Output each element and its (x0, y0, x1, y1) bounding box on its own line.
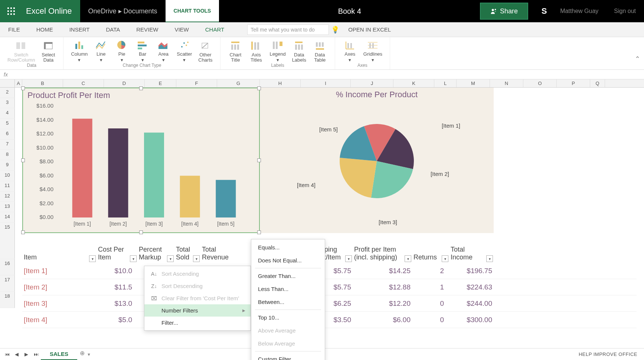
row-12[interactable]: 12 (0, 192, 15, 202)
pie-chart[interactable]: % Income Per Product [Item 1][Item 2][It… (260, 88, 494, 233)
submenu-equals[interactable]: Equals... (251, 241, 325, 254)
bulb-icon[interactable]: 💡 (331, 26, 339, 34)
cell-returns[interactable]: 1 (412, 282, 445, 293)
filter-btn-profit[interactable]: ▾ (405, 255, 411, 262)
row-5[interactable]: 5 (0, 119, 15, 129)
row-8[interactable]: 8 (0, 150, 15, 160)
filter-btn-markup[interactable]: ▾ (167, 255, 174, 262)
col-C[interactable]: C (63, 79, 104, 87)
share-button[interactable]: Share (480, 3, 528, 20)
legend-button[interactable]: Legend▾ (267, 39, 288, 63)
submenu-top10[interactable]: Top 10... (251, 311, 325, 324)
col-P[interactable]: P (557, 79, 590, 87)
row-17[interactable]: 17 (0, 275, 15, 292)
cell-returns[interactable]: 2 (412, 265, 445, 276)
cell-income[interactable]: $300.00 (445, 314, 494, 325)
col-J[interactable]: J (351, 79, 393, 87)
tab-insert[interactable]: INSERT (61, 22, 98, 37)
user-name[interactable]: Matthew Guay (553, 8, 606, 14)
filter-btn-income[interactable]: ▾ (486, 255, 493, 262)
menu-sort-desc[interactable]: Z↓Sort Descending (144, 280, 251, 292)
cell-returns[interactable]: 0 (412, 298, 445, 309)
menu-number-filters[interactable]: Number Filters▶ (144, 304, 251, 317)
col-I[interactable]: I (301, 79, 351, 87)
tab-view[interactable]: VIEW (166, 22, 197, 37)
data-table-button[interactable]: Data Table (310, 39, 330, 63)
col-B[interactable]: B (22, 79, 63, 87)
row-4[interactable]: 4 (0, 108, 15, 119)
tab-review[interactable]: REVIEW (128, 22, 166, 37)
cell-item[interactable]: [Item 1] (22, 265, 97, 276)
sheet-tab-sales[interactable]: SALES (41, 348, 77, 360)
collapse-ribbon-button[interactable]: ⌃ (635, 55, 640, 63)
data-labels-button[interactable]: Data Labels (289, 39, 310, 63)
bar-chart[interactable]: Product Profit Per Item $0.00$2.00$4.00$… (22, 88, 260, 233)
scatter-chart-button[interactable]: Scatter▾ (174, 39, 195, 63)
filter-btn-sold[interactable]: ▾ (193, 255, 200, 262)
cell-income[interactable]: $224.63 (445, 282, 494, 293)
breadcrumb[interactable]: OneDrive ▸ Documents (80, 0, 166, 22)
tab-home[interactable]: HOME (28, 22, 61, 37)
pie-chart-button[interactable]: Pie▾ (111, 39, 132, 63)
col-A[interactable]: A (15, 79, 22, 87)
row-18[interactable]: 18 (0, 292, 15, 308)
cell-item[interactable]: [Item 4] (22, 314, 97, 325)
cell-item[interactable]: [Item 2] (22, 282, 97, 293)
nav-prev-button[interactable]: ◀ (12, 350, 22, 359)
col-H[interactable]: H (260, 79, 301, 87)
submenu-greater[interactable]: Greater Than... (251, 269, 325, 282)
cell-profit[interactable]: $14.25 (353, 265, 412, 276)
statusbar-menu[interactable]: ▼ (87, 352, 91, 357)
menu-sort-asc[interactable]: A↓Sort Ascending (144, 268, 251, 280)
submenu-not-equal[interactable]: Does Not Equal... (251, 254, 325, 267)
cell-cost[interactable]: $5.0 (97, 314, 134, 325)
nav-last-button[interactable]: ⏭ (31, 350, 41, 359)
col-E[interactable]: E (145, 79, 176, 87)
tab-file[interactable]: FILE (0, 22, 28, 37)
row-9[interactable]: 9 (0, 160, 15, 171)
row-6[interactable]: 6 (0, 129, 15, 140)
cell-income[interactable]: $196.75 (445, 265, 494, 276)
cell-cost[interactable]: $11.5 (97, 282, 134, 293)
chart-title-button[interactable]: Chart Title (225, 39, 246, 63)
col-D[interactable]: D (104, 79, 145, 87)
gridlines-button[interactable]: Gridlines▾ (360, 39, 385, 63)
sign-out-link[interactable]: Sign out (606, 8, 644, 14)
tell-me-input[interactable]: Tell me what you want to do (247, 24, 329, 35)
menu-filter[interactable]: Filter... (144, 317, 251, 329)
col-F[interactable]: F (176, 79, 217, 87)
submenu-custom[interactable]: Custom Filter... (251, 353, 325, 360)
col-Q[interactable]: Q (590, 79, 605, 87)
row-16[interactable]: 16 (0, 259, 15, 275)
col-N[interactable]: N (490, 79, 523, 87)
filter-btn-shipcost[interactable]: ▾ (345, 255, 352, 262)
table-row[interactable]: [Item 1]$10.0$5.75$14.252$196.75 (22, 263, 637, 279)
cell-cost[interactable]: $10.0 (97, 265, 134, 276)
table-row[interactable]: [Item 4]$5.0$3.50$6.000$300.00 (22, 312, 637, 328)
other-charts-button[interactable]: Other Charts (195, 39, 216, 63)
menu-clear-filter[interactable]: ⌧Clear Filter from 'Cost Per Item' (144, 292, 251, 304)
add-sheet-button[interactable]: ⊕ (77, 350, 87, 359)
document-title[interactable]: Book 4 (219, 7, 480, 16)
column-chart-button[interactable]: Column▾ (68, 39, 91, 63)
axes-button[interactable]: Axes▾ (340, 39, 360, 63)
formula-input[interactable] (11, 72, 644, 77)
submenu-between[interactable]: Between... (251, 295, 325, 308)
filter-btn-returns[interactable]: ▾ (442, 255, 448, 262)
table-row[interactable]: [Item 2]$11.5$5.75$12.881$224.63 (22, 279, 637, 295)
row-3[interactable]: 3 (0, 98, 15, 108)
line-chart-button[interactable]: Line▾ (91, 39, 111, 63)
axis-titles-button[interactable]: Axis Titles (246, 39, 267, 63)
help-improve-link[interactable]: HELP IMPROVE OFFICE (579, 351, 637, 357)
row-2[interactable]: 2 (0, 88, 15, 98)
tab-data[interactable]: DATA (98, 22, 128, 37)
cell-item[interactable]: [Item 3] (22, 298, 97, 309)
cell-income[interactable]: $244.00 (445, 298, 494, 309)
cell-profit[interactable]: $6.00 (353, 314, 412, 325)
col-K[interactable]: K (393, 79, 434, 87)
filter-btn-cost[interactable]: ▾ (130, 255, 137, 262)
row-13[interactable]: 13 (0, 202, 15, 212)
row-15[interactable]: 15 (0, 223, 15, 259)
open-in-excel-link[interactable]: OPEN IN EXCEL (348, 26, 391, 33)
nav-first-button[interactable]: ⏮ (2, 350, 12, 359)
